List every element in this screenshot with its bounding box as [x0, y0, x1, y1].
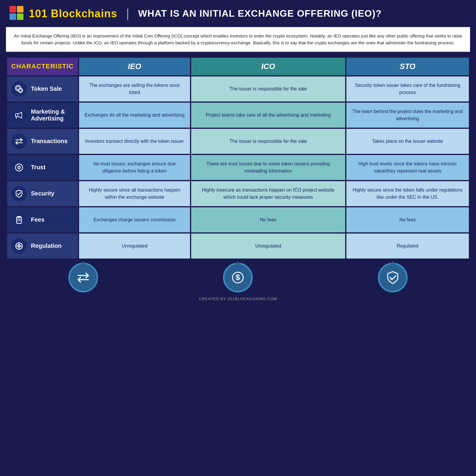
col-header-ieo: IEO — [79, 58, 190, 75]
header-title: WHAT IS AN INITIAL EXCHANGE OFFERING (IE… — [138, 8, 382, 19]
table-row-regulation: Regulation Unregulated Unregulated Regul… — [7, 234, 469, 259]
header: 101 Blockchains | WHAT IS AN INITIAL EXC… — [0, 0, 476, 27]
sto-shield-icon — [385, 270, 400, 285]
row-label-regulation: Regulation — [7, 234, 78, 259]
intro-section: An Initial Exchange Offering (IEO) is an… — [6, 27, 470, 52]
bottom-icons-row: $ — [0, 260, 476, 292]
ico-dollar-icon: $ — [230, 270, 245, 285]
cell-ieo-security: Highly secure since all transactions hap… — [79, 181, 190, 206]
page-wrapper: 101 Blockchains | WHAT IS AN INITIAL EXC… — [0, 0, 476, 305]
cell-ieo-token-sale: The exchanges are selling the tokens onc… — [79, 76, 190, 101]
row-label-inner-token-sale: Token Sale — [11, 81, 74, 97]
cell-sto-security: Highly secure since the token falls unde… — [346, 181, 469, 206]
row-label-text-transactions: Transactions — [31, 138, 67, 145]
svg-rect-2 — [10, 13, 16, 20]
bottom-icon-ico: $ — [161, 263, 315, 292]
cell-ieo-trust: No trust issues; exchanges ensure due di… — [79, 155, 190, 180]
row-label-inner-marketing: Marketing & Advertising — [11, 107, 74, 123]
col-header-ico: ICO — [191, 58, 345, 75]
cell-sto-regulation: Regulated — [346, 234, 469, 259]
logo-text: 101 Blockchains — [29, 7, 117, 20]
row-label-fees: Fees — [7, 207, 78, 232]
cell-ico-regulation: Unregulated — [191, 234, 345, 259]
coins-icon — [11, 81, 27, 97]
table-header-row: CHARACTERISTIC IEO ICO STO — [7, 58, 469, 75]
row-label-text-marketing: Marketing & Advertising — [31, 108, 74, 122]
cell-ico-trust: There are trust issues due to some token… — [191, 155, 345, 180]
row-label-text-trust: Trust — [31, 164, 45, 171]
comparison-table: CHARACTERISTIC IEO ICO STO Token Sale Th… — [6, 57, 470, 260]
col-header-characteristic: CHARACTERISTIC — [7, 58, 78, 75]
cell-sto-fees: No fees — [346, 207, 469, 232]
cell-ico-security: Highly insecure as transactions happen o… — [191, 181, 345, 206]
row-label-inner-security: Security — [11, 186, 74, 201]
ieo-transfer-icon — [76, 270, 91, 285]
cell-ico-transactions: The issuer is responsible for the sale — [191, 129, 345, 154]
table-row-fees: Fees Exchanges charge issuers commission… — [7, 207, 469, 232]
logo-area: 101 Blockchains — [9, 5, 117, 22]
megaphone-icon — [11, 107, 27, 123]
cell-sto-marketing: The team behind the project does the mar… — [346, 103, 469, 128]
row-label-inner-trust: Trust — [11, 160, 74, 175]
cell-ico-marketing: Project teams take care of all the adver… — [191, 103, 345, 128]
cell-ico-token-sale: The issuer is responsible for the sale — [191, 76, 345, 101]
row-label-transactions: Transactions — [7, 129, 78, 154]
row-label-text-security: Security — [31, 190, 54, 197]
bottom-icon-ieo — [6, 263, 161, 292]
ieo-bottom-icon-bg — [68, 263, 98, 292]
cell-sto-token-sale: Security token issuer takes care of the … — [346, 76, 469, 101]
table-row-security: Security Highly secure since all transac… — [7, 181, 469, 206]
cell-ieo-regulation: Unregulated — [79, 234, 190, 259]
row-label-inner-transactions: Transactions — [11, 134, 74, 149]
table-row-transactions: Transactions Investors transact directly… — [7, 129, 469, 154]
header-divider: | — [126, 7, 129, 20]
cell-ieo-transactions: Investors transact directly with the tok… — [79, 129, 190, 154]
svg-text:$: $ — [236, 273, 240, 282]
svg-rect-1 — [17, 6, 23, 12]
row-label-text-regulation: Regulation — [31, 242, 62, 249]
table-row-marketing: Marketing & Advertising Exchanges do all… — [7, 103, 469, 128]
sto-bottom-icon-bg — [378, 263, 408, 292]
svg-rect-0 — [10, 6, 16, 12]
table-row-token-sale: Token Sale The exchanges are selling the… — [7, 76, 469, 101]
clipboard-icon — [11, 212, 27, 228]
row-label-text-fees: Fees — [31, 216, 45, 223]
logo-icon — [9, 5, 25, 22]
row-label-marketing: Marketing & Advertising — [7, 103, 78, 128]
ico-bottom-icon-bg: $ — [223, 263, 253, 292]
footer: CREATED BY 101BLOCKCHAINS.COM — [0, 292, 476, 305]
col-header-sto: STO — [346, 58, 469, 75]
row-label-inner-regulation: Regulation — [11, 238, 74, 254]
cell-sto-trust: High trust levels since the tokens have … — [346, 155, 469, 180]
row-label-trust: Trust — [7, 155, 78, 180]
cell-sto-transactions: Takes place on the issuer website — [346, 129, 469, 154]
row-label-inner-fees: Fees — [11, 212, 74, 228]
cell-ico-fees: No fees — [191, 207, 345, 232]
row-label-text-token-sale: Token Sale — [31, 85, 62, 92]
cell-ieo-fees: Exchanges charge issuers commission — [79, 207, 190, 232]
bottom-icon-sto — [315, 263, 470, 292]
intro-text: An Initial Exchange Offering (IEO) is an… — [14, 33, 462, 45]
regulation-icon — [11, 238, 27, 254]
footer-text: CREATED BY 101BLOCKCHAINS.COM — [199, 297, 277, 301]
row-label-security: Security — [7, 181, 78, 206]
table-row-trust: Trust No trust issues; exchanges ensure … — [7, 155, 469, 180]
svg-point-6 — [18, 88, 23, 93]
row-label-token-sale: Token Sale — [7, 76, 78, 101]
svg-rect-3 — [17, 13, 23, 20]
trust-icon — [11, 160, 27, 175]
svg-rect-8 — [15, 114, 18, 117]
table-container: CHARACTERISTIC IEO ICO STO Token Sale Th… — [6, 57, 470, 260]
transfer-icon — [11, 134, 27, 149]
shield-icon — [11, 186, 27, 201]
cell-ieo-marketing: Exchanges do all the marketing and adver… — [79, 103, 190, 128]
